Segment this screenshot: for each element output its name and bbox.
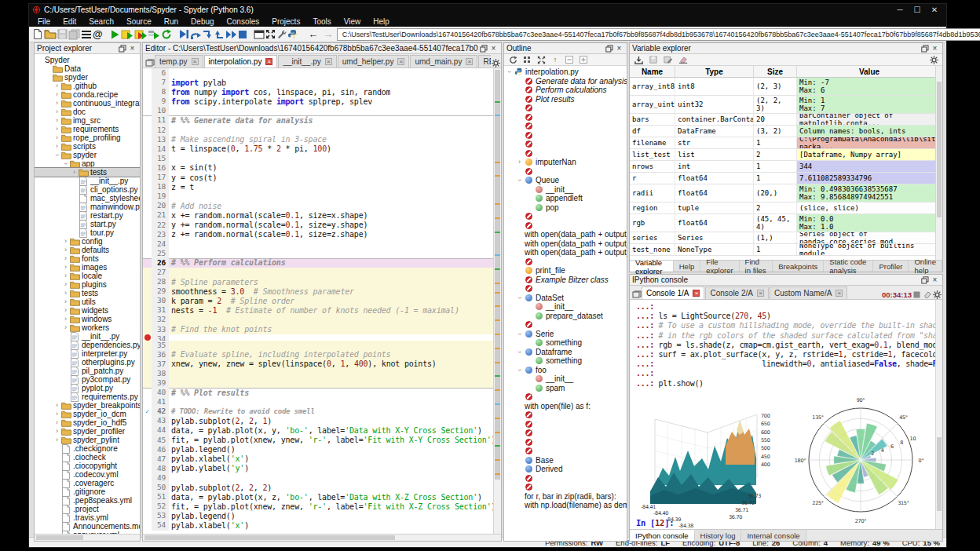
console-tab-console-1-a[interactable]: Console 1/A× (642, 286, 704, 299)
code-line[interactable]: 53pylab.legend() (143, 511, 501, 520)
table-row-region[interactable]: regiontuple2(slice, slice) (630, 203, 942, 214)
table-row-list-test[interactable]: list_testlist2[Dataframe, Numpy array] (630, 149, 942, 161)
tree-item-announcements-md[interactable]: Announcements.md (35, 522, 140, 531)
column-header-name[interactable]: Name (630, 66, 675, 77)
close-panel-icon[interactable]: × (614, 44, 624, 53)
menu-source[interactable]: Source (121, 16, 157, 27)
editor-tab-temp-py[interactable]: temp.py× (155, 55, 203, 68)
tree-item-coveragerc[interactable]: .coveragerc (35, 479, 140, 487)
minimize-icon[interactable]: ─ (891, 5, 909, 15)
outline-item-with-open-data-path-output-file-n[interactable]: with open(data_path + output_file_n... (504, 239, 627, 249)
outline-item-with-open-file-as-f[interactable]: with open(file) as f: (504, 402, 627, 411)
pane-tab-find-in-files[interactable]: Find in files (740, 261, 773, 272)
code-line[interactable]: 54pylab.xlabel('x') (143, 520, 501, 530)
table-row-array-int8[interactable]: array_int8int8(2, 3)Min: -7 Max: 6 (630, 78, 942, 96)
code-line[interactable]: 13# Make ascending spiral in 3-space (143, 135, 501, 144)
tree-item-pyplot-py[interactable]: pyplot.py (35, 384, 140, 392)
expander-icon[interactable]: › (53, 82, 60, 89)
outline-item-init[interactable]: __init__ (504, 302, 627, 312)
open-file-button[interactable] (44, 27, 57, 42)
outline-item-base[interactable]: Base (504, 456, 627, 465)
outline-item-cell[interactable] (504, 221, 627, 231)
tree-item-mac-stylesheet-qss[interactable]: mac_stylesheet.qss (35, 194, 140, 203)
console-tab-custom-name-a[interactable]: Custom Name/A× (770, 286, 847, 299)
variables-table[interactable]: NameTypeSizeValue array_int8int8(2, 3)Mi… (630, 66, 942, 260)
expander-icon[interactable]: › (516, 294, 523, 301)
step-return-button[interactable] (214, 27, 225, 42)
code-line[interactable]: 36# Evaluate spline, including interpola… (143, 350, 501, 359)
refresh-icon[interactable] (507, 55, 518, 64)
tree-item-tour-py[interactable]: tour.py (35, 228, 140, 237)
debug-file-button[interactable] (178, 27, 189, 42)
breakpoint-icon[interactable] (144, 334, 151, 341)
console-tab-console-2-a[interactable]: Console 2/A× (705, 286, 768, 299)
outline-item-imputernan[interactable]: ›imputerNan (504, 158, 627, 167)
expander-icon[interactable]: › (516, 367, 523, 374)
step-over-button[interactable] (190, 27, 201, 42)
expander-icon[interactable]: › (62, 264, 69, 271)
code-line[interactable]: 51data, = pylab.plot(x, z, 'bo-', label=… (143, 492, 501, 502)
undock-icon[interactable] (478, 44, 488, 53)
maximize-icon[interactable]: ☐ (909, 5, 926, 15)
close-tab-icon[interactable]: × (836, 290, 843, 297)
tree-item-tests[interactable]: ›tests (35, 168, 140, 177)
tree-item-defaults[interactable]: ›defaults (35, 246, 140, 254)
outline-item-foo[interactable]: ›foo (504, 366, 627, 375)
stop-debug-button[interactable] (238, 27, 247, 42)
outline-item-cell[interactable] (504, 212, 627, 221)
editor-options-gear-icon[interactable] (491, 58, 501, 68)
editor-tab-readme-md[interactable]: README.md× (478, 55, 491, 68)
code-line[interactable]: 45fit, = pylab.plot(xnew, ynew, 'r-', la… (143, 436, 501, 445)
table-row-series[interactable]: seriesSeries(1,)Series object of pandas.… (630, 232, 942, 244)
tree-item-widgets[interactable]: ›widgets (35, 306, 140, 315)
close-tab-icon[interactable]: × (466, 58, 473, 65)
tree-item-github[interactable]: ›.github (35, 82, 140, 90)
tree-item-project[interactable]: .project (35, 505, 140, 513)
code-line[interactable]: 48pylab.ylabel('y') (143, 464, 501, 473)
code-line[interactable]: 52fit, = pylab.plot(xnew, znew, 'r-', la… (143, 502, 501, 511)
editor-tab-umd-helper-py[interactable]: umd_helper.py× (338, 55, 410, 68)
maximize-pane-button[interactable] (254, 27, 265, 42)
tree-item-otherplugins-py[interactable]: otherplugins.py (35, 358, 140, 367)
outline-item-cell[interactable] (504, 320, 627, 330)
code-line[interactable]: 8from numpy import cos, linspace, pi, si… (143, 87, 501, 97)
tree-item-windows[interactable]: ›windows (35, 315, 140, 323)
code-line[interactable]: 16x = sin(t) (143, 163, 501, 173)
save-button[interactable] (57, 27, 68, 42)
outline-item-cell[interactable] (504, 483, 627, 492)
tree-item-spyder[interactable]: Spyder (35, 56, 140, 64)
expander-icon[interactable]: › (62, 246, 69, 254)
tree-item-utils[interactable]: ›utils (35, 297, 140, 306)
outline-item-init[interactable]: __init__ (504, 374, 627, 384)
tree-item-ciocheck[interactable]: .ciocheck (35, 453, 140, 462)
outline-item-cell[interactable] (504, 113, 627, 122)
menu-debug[interactable]: Debug (185, 16, 219, 27)
tree-item-checkignore[interactable]: .checkignore (35, 444, 140, 453)
expander-icon[interactable]: › (516, 159, 523, 166)
outline-item-serie[interactable]: ›Serie (504, 330, 627, 339)
outline-item-cell[interactable] (504, 122, 627, 131)
expander-icon[interactable]: › (53, 91, 60, 98)
outline-item-cell[interactable] (504, 284, 627, 294)
expander-icon[interactable]: › (516, 348, 523, 356)
outline-item-print-file[interactable]: print_file (504, 266, 627, 276)
expander-icon[interactable]: › (62, 281, 69, 288)
tree-item-spyder-breakpoints[interactable]: ›spyder_breakpoints (35, 401, 140, 410)
code-line[interactable]: 14t = linspace(0, 1.75 * 2 * pi, 100) (143, 144, 501, 154)
menu-edit[interactable]: Edit (57, 16, 82, 27)
close-tab-icon[interactable]: × (192, 58, 199, 65)
tree-item-requirements-py[interactable]: requirements.py (35, 392, 140, 401)
table-row-test-none[interactable]: test_noneNoneType1NoneType object of bui… (630, 244, 942, 256)
table-row-bars[interactable]: barscontainer.BarContainer20BarContainer… (630, 114, 942, 126)
code-line[interactable]: 28# Spline parameters (143, 277, 501, 286)
close-tab-icon[interactable]: × (265, 58, 272, 65)
code-line[interactable]: 38 (143, 369, 501, 378)
outline-item-dataframe[interactable]: ›Dataframe (504, 348, 627, 357)
outline-item-perform-calculations[interactable]: Perform calculations (504, 86, 627, 95)
collapse-all-icon[interactable] (564, 55, 575, 64)
expander-icon[interactable]: › (53, 117, 60, 124)
close-icon[interactable]: ✕ (926, 5, 943, 15)
expander-icon[interactable]: › (53, 402, 60, 409)
run-selection-button[interactable] (148, 27, 160, 42)
preferences-wrench-button[interactable] (276, 27, 287, 42)
